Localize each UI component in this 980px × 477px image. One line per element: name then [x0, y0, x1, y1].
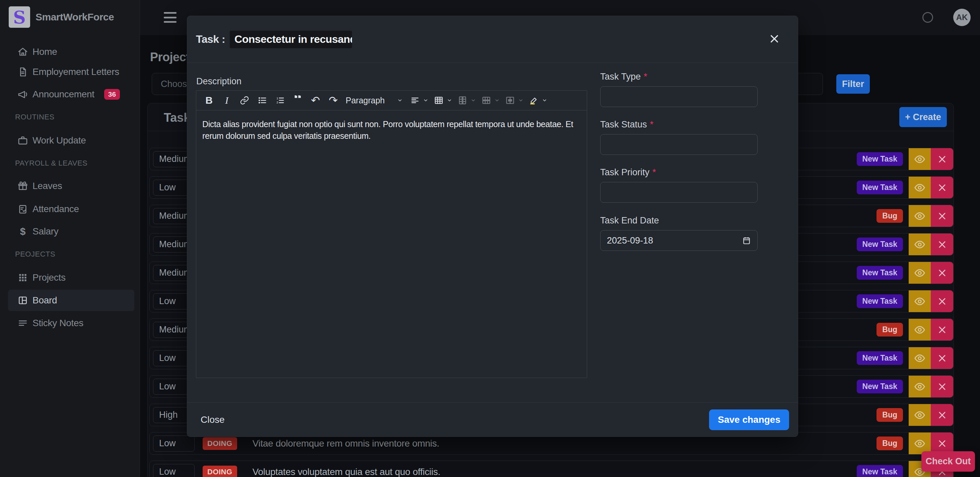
bulleted-list-icon: [258, 96, 267, 105]
blockquote-button[interactable]: “: [290, 93, 305, 108]
highlight-dropdown[interactable]: [527, 93, 541, 108]
insert-table-dropdown[interactable]: [431, 93, 446, 108]
view-task-button[interactable]: [908, 404, 931, 426]
task-type-field: Task Type*: [600, 71, 757, 107]
menu-toggle-icon[interactable]: [164, 12, 177, 23]
create-task-button[interactable]: + Create: [899, 107, 947, 127]
redo-button[interactable]: ↷: [326, 93, 340, 108]
task-end-date-input[interactable]: 2025-09-18: [600, 230, 757, 251]
editor-toolbar: B I 12 “ ↶ ↷ Paragraph: [196, 91, 587, 110]
description-editor-content[interactable]: Dicta alias provident fugiat non optio q…: [196, 110, 587, 150]
save-changes-button[interactable]: Save changes: [709, 409, 789, 430]
task-priority-input[interactable]: [600, 182, 757, 203]
logo-icon: S: [9, 6, 30, 28]
delete-task-button[interactable]: [931, 261, 953, 284]
sidebar-item-home[interactable]: Home: [8, 41, 134, 63]
calendar-icon: [742, 236, 751, 245]
sidebar-section-payroll-leaves: PAYROLL & LEAVES: [15, 159, 88, 168]
paragraph-dropdown[interactable]: Paragraph: [344, 93, 405, 108]
view-task-button[interactable]: [908, 347, 931, 369]
task-edit-modal: Task : Consectetur in recusand Descripti…: [187, 16, 798, 437]
merge-cells-dropdown[interactable]: [503, 93, 517, 108]
modal-close-button[interactable]: [769, 32, 783, 46]
view-task-button[interactable]: [908, 290, 931, 312]
view-task-button[interactable]: [908, 375, 931, 398]
chevron-down-icon: [494, 98, 500, 103]
sidebar-item-work-update[interactable]: Work Update: [8, 130, 134, 151]
sidebar-section-projects: PEOJECTS: [15, 250, 55, 258]
view-task-button[interactable]: [908, 319, 931, 341]
sidebar-item-leaves[interactable]: Leaves: [8, 175, 134, 197]
task-end-date-field: Task End Date 2025-09-18: [600, 216, 757, 251]
close-icon: [937, 211, 947, 221]
sidebar-item-sticky-notes[interactable]: Sticky Notes: [8, 312, 134, 334]
modal-close-footer-button[interactable]: Close: [196, 414, 229, 425]
task-status-input[interactable]: [600, 134, 757, 155]
task-type-badge: New Task: [857, 181, 903, 194]
priority-select[interactable]: Low: [153, 464, 195, 477]
view-task-button[interactable]: [908, 261, 931, 284]
italic-button[interactable]: I: [220, 93, 234, 108]
status-ring-icon[interactable]: [923, 12, 933, 23]
undo-button[interactable]: ↶: [308, 93, 323, 108]
sidebar-section-routines: ROUTINES: [15, 113, 55, 121]
task-title-input[interactable]: Consectetur in recusand: [230, 31, 352, 48]
view-task-button[interactable]: [908, 233, 931, 255]
check-out-button[interactable]: Check Out: [921, 451, 975, 472]
table-row-dropdown[interactable]: [479, 93, 494, 108]
bulleted-list-button[interactable]: [255, 93, 270, 108]
rich-text-editor: B I 12 “ ↶ ↷ Paragraph: [196, 90, 587, 378]
sidebar-item-attendance[interactable]: Attendance: [8, 198, 134, 220]
sidebar-item-label: Board: [32, 295, 57, 306]
delete-task-button[interactable]: [931, 233, 953, 255]
home-icon: [18, 46, 28, 57]
bold-button[interactable]: B: [202, 93, 216, 108]
status-badge: DOING: [203, 437, 237, 450]
app-title: SmartWorkForce: [35, 11, 114, 23]
required-marker: *: [644, 71, 648, 82]
view-task-button[interactable]: [908, 176, 931, 199]
delete-task-button[interactable]: [931, 404, 953, 426]
sidebar-item-projects[interactable]: Projects: [8, 267, 134, 288]
task-type-input[interactable]: [600, 86, 757, 107]
sidebar-item-label: Employement Letters: [32, 67, 119, 77]
delete-task-button[interactable]: [931, 290, 953, 312]
delete-task-button[interactable]: [931, 205, 953, 227]
sidebar-item-salary[interactable]: $ Salary: [8, 221, 134, 242]
task-status-field: Task Status*: [600, 119, 757, 155]
close-icon: [937, 410, 947, 420]
sidebar-item-employement-letters[interactable]: Employement Letters: [8, 61, 134, 82]
eye-icon: [914, 182, 925, 193]
delete-task-button[interactable]: [931, 347, 953, 369]
eye-icon: [914, 239, 925, 250]
align-left-icon: [410, 96, 420, 105]
app-logo[interactable]: S SmartWorkForce: [9, 6, 114, 28]
svg-text:1: 1: [277, 97, 278, 100]
eye-icon: [914, 381, 925, 392]
delete-task-button[interactable]: [931, 375, 953, 398]
text-alignment-dropdown[interactable]: [407, 93, 422, 108]
task-type-badge: New Task: [857, 294, 903, 308]
priority-select[interactable]: Low: [153, 436, 195, 452]
close-icon: [937, 325, 947, 334]
delete-task-button[interactable]: [931, 148, 953, 170]
view-task-button[interactable]: [908, 205, 931, 227]
close-icon: [937, 183, 947, 192]
table-column-dropdown[interactable]: [455, 93, 470, 108]
numbered-list-button[interactable]: 12: [273, 93, 287, 108]
sidebar-item-board[interactable]: Board: [8, 290, 134, 311]
svg-text:2: 2: [277, 101, 278, 104]
delete-task-button[interactable]: [931, 319, 953, 341]
task-type-badge: New Task: [857, 351, 903, 365]
view-task-button[interactable]: [908, 148, 931, 170]
modal-footer: Close Save changes: [187, 403, 798, 437]
required-marker: *: [650, 119, 654, 130]
filter-button[interactable]: Filter: [836, 74, 870, 93]
app-root: S SmartWorkForce Home Employement Letter…: [0, 0, 980, 477]
sidebar-item-announcement[interactable]: Announcement 36: [8, 84, 134, 105]
link-button[interactable]: [237, 93, 252, 108]
avatar[interactable]: AK: [953, 9, 970, 26]
delete-task-button[interactable]: [931, 176, 953, 199]
chevron-down-icon: [447, 98, 452, 103]
sidebar-item-label: Salary: [32, 226, 59, 237]
